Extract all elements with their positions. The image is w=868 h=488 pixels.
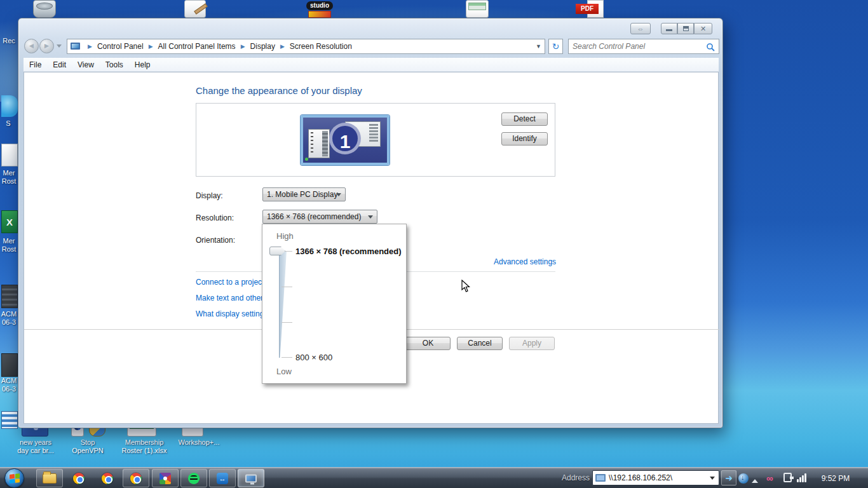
make-text-larger-link[interactable]: Make text and other (196, 294, 263, 302)
menu-view[interactable]: View (72, 60, 100, 69)
search-icon[interactable] (706, 43, 715, 51)
breadcrumb-item-all-items[interactable]: All Control Panel Items (157, 42, 237, 51)
monitor-preview[interactable]: 1 (301, 115, 390, 165)
taskbar-chrome-pinned-2[interactable] (94, 469, 121, 487)
menu-file[interactable]: File (24, 60, 47, 69)
restore-button[interactable] (677, 23, 694, 34)
file-icon[interactable] (1, 144, 18, 166)
display-dropdown-value: 1. Mobile PC Display (267, 190, 337, 199)
address-dropdown-icon[interactable]: ▼ (536, 43, 541, 50)
display-settings-help-link[interactable]: What display setting (196, 309, 264, 318)
display-dropdown[interactable]: 1. Mobile PC Display (262, 187, 346, 201)
identify-button[interactable]: Identify (501, 132, 548, 146)
close-button[interactable]: ✕ (694, 23, 712, 34)
ok-button[interactable]: OK (405, 337, 451, 350)
display-monitor-icon (71, 43, 80, 50)
taskbar-chrome-running[interactable] (123, 469, 149, 487)
chrome-icon (73, 473, 85, 484)
address-dropdown-icon[interactable] (710, 477, 715, 482)
search-box[interactable] (568, 39, 719, 54)
network-signal-icon[interactable] (797, 473, 808, 482)
forward-button[interactable]: ► (39, 39, 54, 53)
filmstrip-icon[interactable] (1, 411, 18, 429)
mouse-cursor (461, 280, 470, 293)
resolution-popup: High 868 × 488 (recommended) 800 × 600 … (262, 224, 407, 384)
infinity-tray-icon[interactable]: ∞ (766, 473, 773, 484)
orientation-label: Orientation: (196, 236, 235, 245)
document-shortcut-icon[interactable] (184, 0, 206, 18)
spotify-icon (188, 473, 200, 484)
network-computer-icon (595, 474, 606, 482)
history-dropdown-icon[interactable] (57, 44, 62, 50)
desktop-label-acm-2[interactable]: ACM 06-3 (0, 377, 18, 393)
skype-icon[interactable] (1, 95, 18, 117)
teamviewer-resize-button[interactable]: ⇔ (630, 23, 651, 34)
breadcrumb-item-control-panel[interactable]: Control Panel (96, 42, 145, 51)
display-monitor-icon (245, 474, 257, 482)
globe-download-tray-icon[interactable] (738, 473, 749, 484)
show-hidden-icons-button[interactable] (752, 476, 758, 483)
slider-tick (281, 357, 292, 358)
menu-edit[interactable]: Edit (47, 60, 72, 69)
desktop-label-mer-roster-2[interactable]: Mer Rost (0, 237, 18, 254)
studio-app-icon[interactable]: studio (306, 0, 333, 18)
search-input[interactable] (573, 40, 700, 53)
pdf-shortcut-icon[interactable]: PDF (576, 0, 604, 18)
cancel-button[interactable]: Cancel (457, 337, 503, 350)
monitor-start-dot (305, 158, 308, 161)
back-button[interactable]: ◄ (24, 39, 39, 53)
video-file-icon[interactable] (1, 285, 18, 308)
breadcrumb[interactable]: ▶ Control Panel ▶ All Control Panel Item… (67, 39, 545, 54)
address-combobox[interactable] (592, 470, 719, 485)
pdf-tag-label: PDF (576, 4, 599, 14)
desktop-label-mer-roster-1[interactable]: Mer Rost (0, 169, 18, 186)
desktop-label-s[interactable]: S (0, 119, 17, 128)
start-button[interactable] (4, 468, 24, 488)
spreadsheet-shortcut-icon[interactable] (466, 0, 489, 18)
resolution-dropdown[interactable]: 868 × 488 (recommended) (262, 210, 377, 224)
connect-projector-link[interactable]: Connect to a projec (196, 278, 262, 287)
popup-min-resolution[interactable]: 800 × 600 (295, 353, 332, 362)
desktop-label-acm-1[interactable]: ACM 06-3 (0, 310, 18, 327)
breadcrumb-item-display[interactable]: Display (249, 42, 276, 51)
desktop-label-membership-roster[interactable]: Membership Roster (1).xlsx (113, 438, 175, 455)
breadcrumb-arrow-icon: ▶ (241, 43, 245, 50)
menu-tools[interactable]: Tools (100, 60, 129, 69)
chrome-icon (102, 473, 113, 484)
windows-logo-icon (10, 473, 20, 484)
minimize-button[interactable] (661, 23, 677, 34)
refresh-button[interactable]: ↻ (548, 39, 563, 54)
taskbar-clock[interactable]: 9:52 PM (817, 469, 854, 487)
address-go-button[interactable]: ➜ (721, 470, 736, 485)
recycle-bin-icon[interactable] (33, 0, 56, 18)
slider-tick (281, 322, 292, 323)
minimize-icon (666, 29, 672, 31)
breadcrumb-arrow-icon: ▶ (149, 43, 153, 50)
desktop-label-stop-openvpn[interactable]: Stop OpenVPN (64, 438, 112, 455)
chrome-icon (130, 473, 142, 484)
desktop-label-recycle[interactable]: Rec (0, 37, 18, 45)
studio-icon-label: studio (306, 1, 333, 10)
monitor-number-badge: 1 (329, 123, 361, 154)
excel-file-icon[interactable]: X (1, 210, 18, 233)
video-file-icon-2[interactable] (1, 353, 18, 377)
detect-button[interactable]: Detect (501, 112, 548, 126)
taskbar-screen-resolution-active[interactable] (238, 469, 264, 487)
taskbar-explorer-button[interactable] (36, 469, 63, 487)
popup-selected-resolution[interactable]: 868 × 488 (recommended) (295, 247, 402, 256)
popup-high-label: High (276, 231, 294, 241)
advanced-settings-link[interactable]: Advanced settings (494, 257, 556, 266)
menu-bar: File Edit View Tools Help (24, 58, 719, 72)
menu-help[interactable]: Help (129, 60, 156, 69)
taskbar-picasa-button[interactable] (152, 469, 179, 487)
breadcrumb-item-screen-resolution[interactable]: Screen Resolution (288, 42, 353, 51)
desktop-label-new-years[interactable]: new years day car br... (4, 438, 67, 455)
taskbar-teamviewer-button[interactable]: ↔ (209, 469, 236, 487)
plug-tray-icon[interactable] (783, 473, 792, 482)
taskbar-spotify-button[interactable] (180, 469, 207, 487)
taskbar-chrome-pinned-1[interactable] (65, 469, 92, 487)
address-input[interactable] (609, 473, 710, 482)
slider-track[interactable] (279, 251, 280, 358)
window-client-area: Change the appearance of your display 1 … (24, 72, 719, 424)
desktop-label-workshop[interactable]: Workshop+... (177, 438, 221, 447)
